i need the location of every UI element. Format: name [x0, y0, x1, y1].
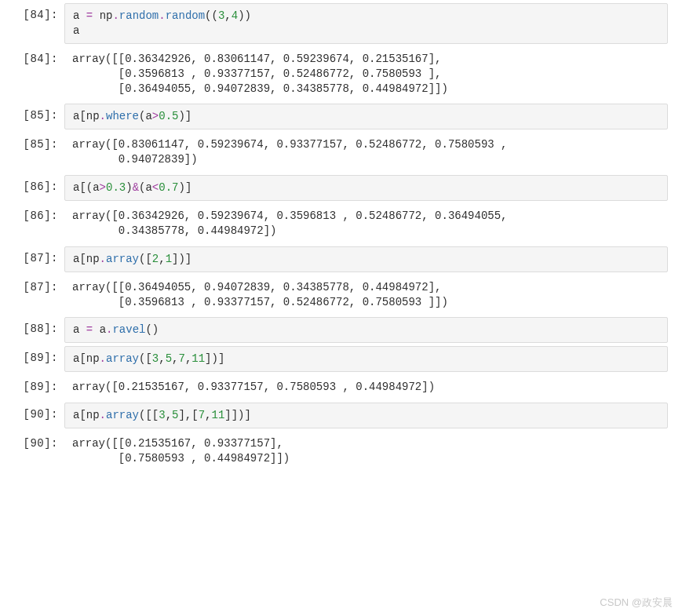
token: a[np	[73, 409, 100, 421]
token: (a	[139, 181, 152, 194]
prompt-label: [89]:	[0, 346, 64, 366]
token: ((	[205, 9, 218, 22]
token: .	[159, 9, 165, 22]
token: ))	[238, 9, 251, 22]
token: .	[100, 110, 106, 122]
token: )]	[178, 181, 191, 194]
token: (a	[139, 110, 152, 122]
token: .	[100, 253, 106, 265]
token: ])]	[205, 352, 224, 365]
token: )]	[178, 110, 191, 122]
cell-90-input: [90]: a[np.array([[3,5],[7,11]])]	[0, 403, 668, 428]
token: a[(a	[73, 181, 100, 194]
cell-89-output: [89]: array([0.21535167, 0.93377157, 0.7…	[0, 375, 668, 399]
token: 11	[191, 352, 205, 365]
prompt-label: [85]:	[0, 104, 64, 123]
cell-84-input: [84]: a = np.random.random((3,4)) a	[0, 3, 668, 44]
token: ])]	[172, 253, 191, 265]
prompt-label: [86]:	[0, 204, 64, 224]
token: ([	[139, 352, 152, 365]
token: random	[166, 9, 205, 22]
prompt-label: [86]:	[0, 175, 64, 195]
token: >	[152, 110, 159, 122]
token: =	[86, 9, 100, 22]
output-area: array([0.36342926, 0.59239674, 0.3596813…	[64, 204, 668, 243]
token: ([[	[139, 409, 159, 421]
prompt-label: [87]:	[0, 275, 64, 295]
token: )	[126, 181, 132, 194]
cell-86-input: [86]: a[(a>0.3)&(a<0.7)]	[0, 175, 668, 201]
token: ,	[205, 409, 211, 421]
output-area: array([[0.21535167, 0.93377157], [0.7580…	[64, 432, 668, 471]
cell-84-output: [84]: array([[0.36342926, 0.83061147, 0.…	[0, 47, 668, 101]
token: .	[100, 409, 106, 421]
token: 11	[212, 409, 225, 421]
token: array	[106, 253, 139, 265]
token: a[np	[73, 352, 100, 365]
token: 3	[152, 352, 159, 365]
prompt-label: [84]:	[0, 47, 64, 67]
cell-90-output: [90]: array([[0.21535167, 0.93377157], […	[0, 432, 668, 471]
token: 7	[178, 352, 184, 365]
token: 0.5	[159, 110, 178, 122]
prompt-label: [89]:	[0, 375, 64, 395]
prompt-label: [88]:	[0, 317, 64, 337]
token: a[np	[73, 110, 100, 122]
cell-86-output: [86]: array([0.36342926, 0.59239674, 0.3…	[0, 204, 668, 243]
cell-88-input: [88]: a = a.ravel()	[0, 317, 668, 343]
token: ,	[224, 9, 231, 22]
token: 2	[152, 253, 159, 265]
prompt-label: [85]:	[0, 133, 64, 152]
token: <	[152, 181, 159, 194]
token: 4	[232, 9, 238, 22]
token: ,	[159, 352, 165, 365]
prompt-label: [84]:	[0, 3, 64, 23]
code-area[interactable]: a[np.array([[3,5],[7,11]])]	[64, 403, 668, 428]
output-area: array([0.83061147, 0.59239674, 0.9337715…	[64, 133, 668, 172]
token: array	[106, 352, 139, 365]
token: ,	[166, 409, 172, 421]
cell-85-input: [85]: a[np.where(a>0.5)]	[0, 104, 668, 129]
token: a	[73, 24, 79, 37]
token: ]])]	[224, 409, 251, 421]
token: a	[73, 9, 86, 22]
cell-85-output: [85]: array([0.83061147, 0.59239674, 0.9…	[0, 133, 668, 172]
token: ([	[139, 253, 152, 265]
code-area[interactable]: a = np.random.random((3,4)) a	[64, 3, 668, 44]
code-area[interactable]: a[(a>0.3)&(a<0.7)]	[64, 175, 668, 201]
token: ()	[145, 323, 159, 336]
prompt-label: [90]:	[0, 432, 64, 451]
token: &	[133, 181, 139, 194]
token: 0.3	[106, 181, 126, 194]
token: 1	[166, 253, 172, 265]
code-area[interactable]: a[np.array([3,5,7,11])]	[64, 346, 668, 372]
output-area: array([[0.36342926, 0.83061147, 0.592396…	[64, 47, 668, 101]
cell-87-input: [87]: a[np.array([2,1])]	[0, 246, 668, 272]
token: 5	[166, 352, 172, 365]
output-area: array([[0.36494055, 0.94072839, 0.343857…	[64, 275, 668, 315]
token: 0.7	[159, 181, 178, 194]
cell-89-input: [89]: a[np.array([3,5,7,11])]	[0, 346, 668, 372]
token: .	[100, 352, 106, 365]
token: .	[112, 9, 119, 22]
token: a[np	[73, 253, 100, 265]
token: 3	[159, 409, 165, 421]
cell-87-output: [87]: array([[0.36494055, 0.94072839, 0.…	[0, 275, 668, 315]
code-area[interactable]: a[np.array([2,1])]	[64, 246, 668, 272]
token: ravel	[112, 323, 145, 336]
token: 7	[199, 409, 205, 421]
token: np	[100, 9, 113, 22]
code-area[interactable]: a = a.ravel()	[64, 317, 668, 343]
prompt-label: [87]:	[0, 246, 64, 266]
prompt-label: [90]:	[0, 403, 64, 422]
output-area: array([0.21535167, 0.93377157, 0.7580593…	[64, 375, 668, 399]
token: where	[106, 110, 139, 122]
token: a	[73, 323, 86, 336]
token: =	[86, 323, 100, 336]
token: array	[106, 409, 139, 421]
token: a	[100, 323, 106, 336]
token: random	[119, 9, 159, 22]
code-area[interactable]: a[np.where(a>0.5)]	[64, 104, 668, 129]
token: >	[100, 181, 106, 194]
token: ,	[159, 253, 165, 265]
